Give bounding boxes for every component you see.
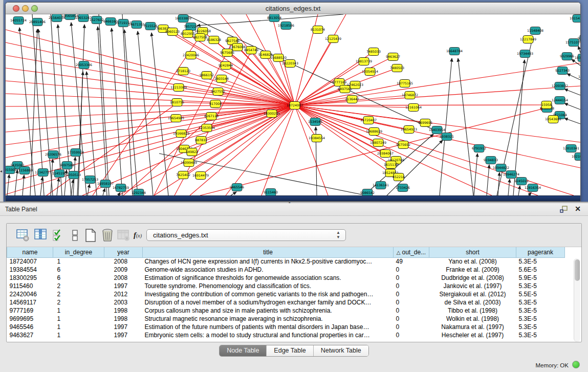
network-node[interactable]: 9465546 bbox=[230, 184, 244, 191]
table-cell[interactable]: 5.3E-5 bbox=[516, 331, 565, 339]
network-node[interactable]: 1733426 bbox=[396, 184, 410, 192]
show-columns-icon[interactable] bbox=[34, 228, 48, 243]
network-node[interactable]: 12816354 bbox=[525, 184, 541, 192]
table-row[interactable]: 1938455462009Genome-wide association stu… bbox=[7, 266, 565, 274]
network-node[interactable]: 9866152 bbox=[200, 72, 214, 79]
network-node[interactable]: 10154308 bbox=[570, 15, 580, 23]
tab-network-table[interactable]: Network Table bbox=[314, 345, 368, 356]
table-row[interactable]: 969969511998Structural magnetic resonanc… bbox=[7, 315, 565, 323]
network-node[interactable]: 19734493 bbox=[517, 50, 533, 58]
network-node[interactable]: 8186328 bbox=[207, 36, 221, 44]
network-node[interactable]: 8938321 bbox=[440, 133, 454, 141]
network-node[interactable]: 8131074 bbox=[311, 26, 325, 34]
scrollbar-thumb[interactable] bbox=[575, 259, 580, 281]
network-node[interactable]: 19654923 bbox=[401, 126, 417, 134]
network-graph[interactable]: 1405572420891406215640341956585410653287… bbox=[6, 14, 580, 195]
table-cell[interactable]: 0 bbox=[394, 307, 429, 315]
network-node[interactable]: 8267110 bbox=[204, 113, 219, 120]
table-cell[interactable]: 5.3E-5 bbox=[516, 307, 565, 315]
tab-node-table[interactable]: Node Table bbox=[220, 345, 267, 356]
network-node[interactable]: 10688639 bbox=[366, 128, 382, 136]
column-header-pagerank[interactable]: pagerank bbox=[516, 247, 565, 257]
table-cell[interactable]: 1997 bbox=[104, 282, 143, 290]
table-cell[interactable]: Yano et al. (2008) bbox=[429, 257, 516, 266]
network-node[interactable]: 9242844 bbox=[219, 62, 233, 70]
network-node[interactable]: 9427552 bbox=[211, 88, 225, 96]
network-node[interactable]: 1527602 bbox=[90, 16, 104, 24]
table-cell[interactable]: 1998 bbox=[104, 307, 143, 315]
network-node[interactable]: 9329966 bbox=[560, 53, 574, 60]
table-cell[interactable]: Wolkin et al. (1998) bbox=[429, 315, 516, 323]
table-cell[interactable]: 2 bbox=[53, 290, 104, 298]
network-node[interactable]: 887831 bbox=[195, 137, 207, 144]
network-node[interactable]: 12054914 bbox=[362, 68, 378, 76]
table-row[interactable]: 946554611997Estimation of the future num… bbox=[7, 323, 565, 331]
network-node[interactable]: 1615132 bbox=[384, 161, 398, 169]
select-columns-icon[interactable] bbox=[52, 228, 66, 243]
table-cell[interactable]: 0 bbox=[394, 290, 429, 298]
table-cell[interactable]: 5.6E-5 bbox=[516, 266, 565, 274]
table-cell[interactable]: 6 bbox=[53, 274, 104, 282]
table-cell[interactable]: Nakamura et al. (1997) bbox=[429, 323, 516, 331]
table-cell[interactable]: 5.3E-5 bbox=[516, 257, 565, 266]
network-node[interactable]: 817004 bbox=[209, 100, 222, 108]
network-node[interactable]: 12217849 bbox=[520, 36, 536, 43]
table-row[interactable]: 2242004622012Investigating the contribut… bbox=[7, 290, 565, 298]
network-node[interactable]: 15958 bbox=[541, 101, 552, 109]
table-cell[interactable]: 2012 bbox=[104, 290, 143, 298]
network-node[interactable]: 452214 bbox=[393, 173, 405, 181]
network-node[interactable]: 2718120 bbox=[176, 68, 190, 75]
window-titlebar[interactable]: citations_edges.txt bbox=[6, 3, 580, 14]
table-cell[interactable]: Changes of HCN gene expression and I(f) … bbox=[143, 257, 394, 266]
network-node[interactable]: 19384554 bbox=[309, 135, 325, 142]
network-node[interactable]: 19813739 bbox=[356, 58, 372, 65]
table-cell[interactable]: 9777169 bbox=[7, 307, 53, 315]
table-cell[interactable]: 5.5E-5 bbox=[516, 290, 565, 298]
network-node[interactable]: 10944822 bbox=[493, 164, 509, 172]
network-node[interactable]: 7425402 bbox=[176, 171, 190, 179]
network-node[interactable]: 9097588 bbox=[60, 162, 74, 169]
network-window[interactable]: citations_edges.txt 14055724208914062156… bbox=[5, 2, 581, 202]
table-cell[interactable]: Stergiakouli et al. (2012) bbox=[429, 290, 516, 298]
table-cell[interactable]: 2 bbox=[53, 298, 104, 307]
table-cell[interactable]: 2008 bbox=[104, 257, 143, 266]
table-cell[interactable]: 18724007 bbox=[7, 257, 53, 266]
network-node[interactable]: 7485033 bbox=[366, 48, 381, 56]
table-cell[interactable]: 14569117 bbox=[7, 298, 53, 307]
table-cell[interactable]: Estimation of the future numbers of pati… bbox=[143, 323, 394, 331]
table-cell[interactable]: 0 bbox=[394, 315, 429, 323]
column-header-out_de[interactable]: △out_de... bbox=[394, 247, 429, 257]
table-cell[interactable]: 9699695 bbox=[7, 315, 53, 323]
table-cell[interactable]: Genome-wide association studies in ADHD. bbox=[143, 266, 394, 274]
network-node[interactable]: 9227343 bbox=[555, 67, 570, 75]
table-cell[interactable]: 5.3E-5 bbox=[516, 282, 565, 290]
table-cell[interactable]: Franke et al. (2009) bbox=[429, 266, 516, 274]
tab-edge-table[interactable]: Edge Table bbox=[267, 345, 313, 356]
network-node[interactable]: 12810341 bbox=[563, 145, 579, 152]
network-node[interactable]: 12213389 bbox=[170, 84, 187, 92]
table-cell[interactable]: 22420046 bbox=[7, 290, 53, 298]
table-cell[interactable]: 49 bbox=[394, 257, 429, 266]
table-cell[interactable]: 9465546 bbox=[7, 323, 53, 331]
table-row[interactable]: 1456911722003Disruption of a novel membe… bbox=[7, 298, 565, 307]
network-node[interactable]: 16914479 bbox=[192, 172, 209, 180]
table-cell[interactable]: Dudbridge et al. (2008) bbox=[429, 274, 516, 282]
network-node[interactable]: 9194833 bbox=[484, 157, 498, 164]
table-cell[interactable]: 2003 bbox=[104, 298, 143, 307]
network-node[interactable]: 2803144 bbox=[214, 75, 229, 83]
table-cell[interactable]: Jankovic et al. (1997) bbox=[429, 282, 516, 290]
table-cell[interactable]: 1 bbox=[53, 307, 104, 315]
column-header-year[interactable]: year bbox=[104, 247, 143, 257]
table-cell[interactable]: 5.3E-5 bbox=[516, 298, 565, 307]
table-cell[interactable]: Tibbo et al. (1998) bbox=[429, 307, 516, 315]
network-node[interactable]: 19218586 bbox=[278, 22, 294, 30]
network-node[interactable]: 12093832 bbox=[552, 82, 568, 90]
network-node[interactable]: 1534545 bbox=[308, 118, 322, 126]
function-builder-icon[interactable]: f(x) bbox=[134, 231, 148, 245]
table-cell[interactable]: 6 bbox=[53, 266, 104, 274]
network-node[interactable]: 16648784 bbox=[446, 48, 463, 55]
table-row[interactable]: 911546021997Tourette syndrome. Phenomeno… bbox=[7, 282, 565, 290]
table-cell[interactable]: 1 bbox=[53, 323, 104, 331]
column-header-short[interactable]: short bbox=[429, 247, 516, 257]
table-cell[interactable]: 9463627 bbox=[7, 331, 53, 339]
